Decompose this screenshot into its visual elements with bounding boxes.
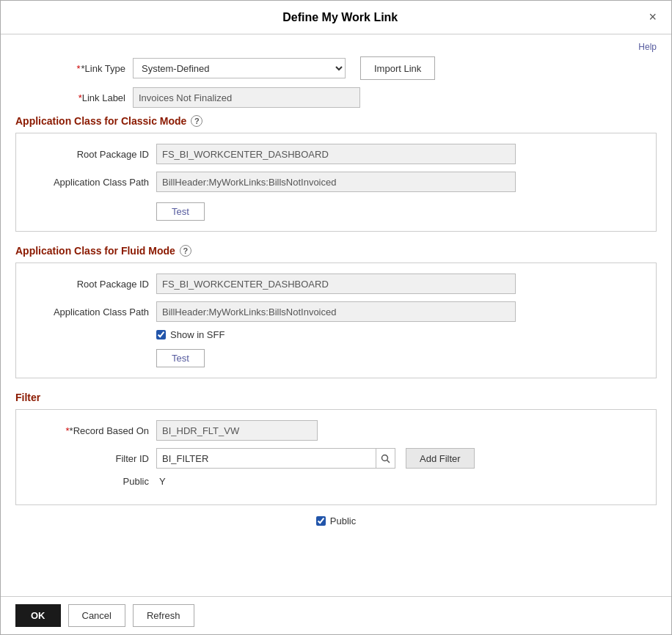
show-sff-checkbox[interactable] xyxy=(156,330,166,339)
link-label-row: *Link Label xyxy=(15,87,657,108)
filter-box: **Record Based On Filter ID xyxy=(15,409,657,505)
refresh-button[interactable]: Refresh xyxy=(133,604,194,627)
classic-app-class-path-input[interactable] xyxy=(156,172,516,192)
fluid-app-class-path-label: Application Class Path xyxy=(28,307,156,318)
close-button[interactable]: × xyxy=(646,10,660,25)
link-type-select[interactable]: System-Defined User-Defined xyxy=(133,58,346,78)
classic-root-package-input[interactable] xyxy=(156,144,516,164)
classic-mode-help-icon[interactable]: ? xyxy=(191,115,202,127)
fluid-mode-section: Application Class for Fluid Mode ? Root … xyxy=(15,245,657,378)
modal-body: Help **Link Type System-Defined User-Def… xyxy=(1,34,671,596)
add-filter-button[interactable]: Add Filter xyxy=(406,448,475,469)
svg-line-1 xyxy=(387,460,390,463)
define-work-link-modal: Define My Work Link × Help **Link Type S… xyxy=(0,0,672,635)
classic-app-class-path-row: Application Class Path xyxy=(28,172,644,192)
record-based-on-label: **Record Based On xyxy=(28,425,156,436)
fluid-test-button[interactable]: Test xyxy=(156,349,205,367)
fluid-mode-help-icon[interactable]: ? xyxy=(180,245,191,257)
show-sff-label: Show in SFF xyxy=(170,329,224,340)
classic-mode-box: Root Package ID Application Class Path T… xyxy=(15,133,657,232)
public-value: Y xyxy=(156,476,166,487)
classic-root-package-row: Root Package ID xyxy=(28,144,644,164)
modal-footer: OK Cancel Refresh xyxy=(1,596,671,634)
filter-id-input[interactable] xyxy=(156,448,376,469)
filter-section: Filter **Record Based On Filter ID xyxy=(15,392,657,505)
record-based-on-input[interactable] xyxy=(156,420,318,441)
link-type-label: **Link Type xyxy=(15,63,133,74)
public-checkbox[interactable] xyxy=(316,516,326,526)
link-label-label: *Link Label xyxy=(15,92,133,103)
fluid-mode-box: Root Package ID Application Class Path S… xyxy=(15,263,657,378)
fluid-app-class-path-input[interactable] xyxy=(156,301,516,322)
filter-id-label: Filter ID xyxy=(28,453,156,464)
fluid-app-class-path-row: Application Class Path xyxy=(28,301,644,322)
required-star: * xyxy=(76,63,80,74)
bottom-public-row: Public xyxy=(15,515,657,526)
search-icon xyxy=(381,454,390,463)
show-sff-row: Show in SFF xyxy=(156,329,644,340)
fluid-root-package-row: Root Package ID xyxy=(28,274,644,294)
ok-button[interactable]: OK xyxy=(15,604,61,627)
import-link-button[interactable]: Import Link xyxy=(360,56,435,80)
filter-title: Filter xyxy=(15,392,657,403)
filter-id-search-button[interactable] xyxy=(376,448,395,469)
fluid-root-package-input[interactable] xyxy=(156,274,516,294)
public-label: Public xyxy=(28,476,156,487)
filter-id-wrapper: Add Filter xyxy=(156,448,475,469)
classic-app-class-path-label: Application Class Path xyxy=(28,177,156,188)
public-row: Public Y xyxy=(28,476,644,487)
link-type-row: **Link Type System-Defined User-Defined … xyxy=(15,56,657,80)
modal-header: Define My Work Link × xyxy=(1,1,671,34)
fluid-root-package-label: Root Package ID xyxy=(28,279,156,290)
filter-id-row: Filter ID Add Filter xyxy=(28,448,644,469)
cancel-button[interactable]: Cancel xyxy=(68,604,125,627)
classic-root-package-label: Root Package ID xyxy=(28,149,156,160)
classic-test-button[interactable]: Test xyxy=(156,202,205,221)
fluid-mode-title: Application Class for Fluid Mode ? xyxy=(15,245,657,257)
svg-point-0 xyxy=(382,455,388,460)
public-checkbox-label: Public xyxy=(330,515,356,526)
classic-mode-title: Application Class for Classic Mode ? xyxy=(15,115,657,127)
modal-title: Define My Work Link xyxy=(34,11,646,24)
link-label-input[interactable] xyxy=(133,87,360,108)
record-based-on-row: **Record Based On xyxy=(28,420,644,441)
classic-mode-section: Application Class for Classic Mode ? Roo… xyxy=(15,115,657,232)
help-link[interactable]: Help xyxy=(15,42,657,52)
